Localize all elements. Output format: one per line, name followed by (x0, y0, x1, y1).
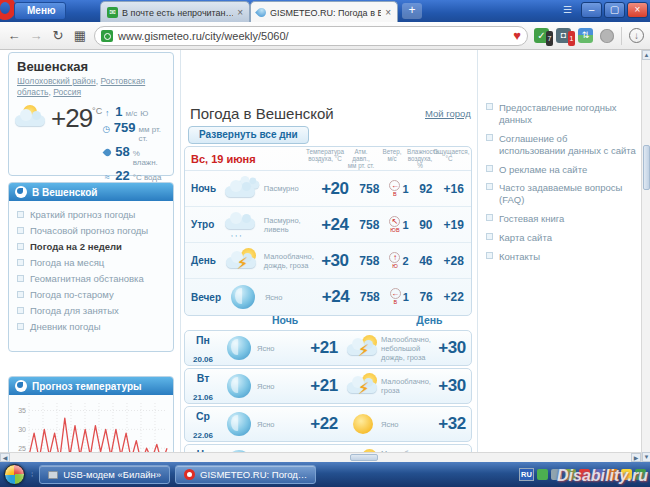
expand-all-days-button[interactable]: Развернуть все дни (188, 126, 309, 144)
tab-title: В почте есть непрочитан… (122, 8, 233, 18)
scroll-right-icon[interactable]: ▶ (631, 453, 641, 462)
scroll-down-icon[interactable]: ▼ (642, 452, 650, 462)
scroll-left-icon[interactable]: ◀ (0, 453, 10, 462)
minimize-button[interactable]: – (581, 2, 602, 18)
humidity-value: 76 (414, 290, 439, 304)
tab-gismeteo[interactable]: GISMETEO.RU: Погода в Ве… × (250, 1, 398, 23)
nav-item[interactable]: Погода на 2 недели (13, 238, 169, 254)
tray-icon[interactable] (635, 469, 646, 480)
new-tab-button[interactable]: + (402, 3, 422, 19)
day-temperature: +30 (433, 338, 471, 358)
week-row-пн[interactable]: Пн20.06Ясно+21⚡Малооблачно, небольшой до… (184, 330, 472, 366)
close-tab-icon[interactable]: × (237, 7, 243, 18)
forecast-row-утро[interactable]: Утро,,,Пасмурно, ливень+24758↖ЮВ190+19 (185, 207, 471, 243)
address-bar[interactable]: www.gismeteo.ru/city/weekly/5060/ ♥ (94, 26, 528, 46)
current-details: ↑ 1 м/с Ю ◷ 759 мм рт. ст. 58 % влажн. (102, 103, 167, 184)
humidity-value: 46 (413, 254, 438, 268)
site-link-label: Контакты (499, 251, 540, 263)
browser-toolbar: ← → ↻ ▦ www.gismeteo.ru/city/weekly/5060… (0, 22, 650, 50)
site-link[interactable]: Часто задаваемые вопросы (FAQ) (486, 182, 636, 206)
vertical-scroll-thumb[interactable] (643, 145, 650, 190)
opera-menu-button[interactable]: Меню (14, 2, 66, 20)
tab-mail[interactable]: ✉ В почте есть непрочитан… × (100, 1, 250, 23)
tray-icon[interactable] (593, 469, 604, 480)
site-link[interactable]: О рекламе на сайте (486, 164, 636, 176)
water-temp-row: ≈ 22 °C вода (102, 168, 167, 183)
back-icon[interactable]: ← (6, 28, 22, 43)
time-of-day-label: Вечер (187, 292, 221, 303)
tray-icon[interactable] (551, 469, 562, 480)
site-link[interactable]: Гостевая книга (486, 213, 636, 225)
close-tab-icon[interactable]: × (385, 7, 391, 18)
my-city-link[interactable]: Мой город (425, 108, 471, 119)
scroll-up-icon[interactable]: ▲ (642, 50, 650, 60)
window-controls: – ▢ × (581, 2, 648, 18)
humidity-value: 90 (413, 218, 438, 232)
forecast-row-день[interactable]: День⚡Малооблачно, дождь, гроза+30758↑Ю24… (185, 243, 471, 279)
city-weather-card: Вешенская Шолоховский район, Ростовская … (8, 52, 174, 176)
speed-dial-icon[interactable]: ▦ (72, 28, 88, 43)
taskbar-button-opera[interactable]: GISMETEO.RU: Погод… (175, 465, 316, 484)
weather-description: Ясно (265, 293, 317, 302)
nav-item[interactable]: Геомагнитная обстановка (13, 270, 169, 286)
maximize-button[interactable]: ▢ (604, 2, 625, 18)
url-text[interactable]: www.gismeteo.ru/city/weekly/5060/ (118, 30, 508, 42)
site-link-label: Карта сайта (499, 232, 552, 244)
adblock-shield-icon[interactable]: ✓7 (534, 28, 549, 43)
site-link[interactable]: Предоставление погодных данных (486, 102, 636, 126)
forward-icon[interactable]: → (28, 28, 44, 43)
forecast-row-ночь[interactable]: НочьПасмурно+20758←В192+16 (185, 171, 471, 207)
security-shield-icon[interactable]: ◘1 (556, 28, 571, 43)
district-link[interactable]: Шолоховский район (17, 76, 96, 86)
temperature-value: +24 (316, 215, 354, 235)
week-row-вт[interactable]: Вт21.06Ясно+21⚡Малооблачно, гроза+30 (184, 368, 472, 404)
download-icon[interactable]: ↓ (629, 28, 644, 43)
week-section-header: Ночь День (184, 314, 472, 326)
site-link-label: Соглашение об использовании данных с сай… (499, 133, 636, 157)
site-link[interactable]: Соглашение об использовании данных с сай… (486, 133, 636, 157)
nav-item-label: Погода по-старому (30, 289, 114, 300)
tray-icon[interactable] (579, 469, 590, 480)
tab-list-icon[interactable]: ☰ (563, 4, 572, 15)
nav-item[interactable]: Погода для занятых (13, 302, 169, 318)
nav-item[interactable]: Почасовой прогноз погоды (13, 222, 169, 238)
svg-text:35: 35 (18, 407, 26, 414)
tray-icon[interactable] (621, 469, 632, 480)
temperature-value: +20 (316, 179, 354, 199)
temperature-value: +30 (316, 251, 354, 271)
language-indicator[interactable]: RU (519, 468, 534, 481)
feels-like-value: +22 (438, 290, 469, 304)
nav-item[interactable]: Погода на месяц (13, 254, 169, 270)
site-link[interactable]: Контакты (486, 251, 636, 263)
close-button[interactable]: × (627, 2, 648, 18)
sync-icon[interactable]: ⇅ (578, 28, 593, 43)
chart-header-label: Прогноз температуры (32, 381, 142, 392)
week-row-ср[interactable]: Ср22.06Ясно+22Ясно+32 (184, 406, 472, 442)
bookmark-heart-icon[interactable]: ♥ (513, 28, 521, 43)
site-link[interactable]: Карта сайта (486, 232, 636, 244)
vertical-scrollbar[interactable]: ▲ ▼ (641, 50, 650, 462)
forecast-row-вечер[interactable]: ВечерЯсно+24758←В176+22 (185, 279, 471, 315)
horizontal-scroll-thumb[interactable] (350, 454, 378, 461)
globe-icon[interactable] (600, 29, 614, 43)
pressure-row: ◷ 759 мм рт. ст. (102, 120, 167, 143)
horizontal-scrollbar[interactable]: ◀ ▶ (0, 452, 641, 462)
start-button[interactable] (4, 464, 25, 485)
bullet-icon (486, 103, 493, 110)
nav-item[interactable]: Краткий прогноз погоды (13, 206, 169, 222)
week-row-чт[interactable]: Чт23.06Ясно+21⚡Малооблачно, небольшой до… (184, 444, 472, 452)
tray-icon[interactable] (537, 469, 548, 480)
wind-speed-value: 1 (402, 219, 408, 231)
nav-item[interactable]: Погода по-старому (13, 286, 169, 302)
nav-item-label: Погода для занятых (30, 305, 119, 316)
night-temperature: +22 (303, 414, 345, 434)
nav-item-label: Дневник погоды (30, 321, 101, 332)
tray-icon[interactable] (607, 469, 618, 480)
taskbar-button-modem[interactable]: USB-модем «Билайн» (39, 465, 170, 484)
country-link[interactable]: Россия (53, 87, 81, 97)
reload-icon[interactable]: ↻ (50, 28, 66, 43)
nav-item-label: Почасовой прогноз погоды (30, 225, 148, 236)
bullet-icon (486, 214, 493, 221)
tray-icon[interactable] (565, 469, 576, 480)
nav-item[interactable]: Дневник погоды (13, 318, 169, 334)
